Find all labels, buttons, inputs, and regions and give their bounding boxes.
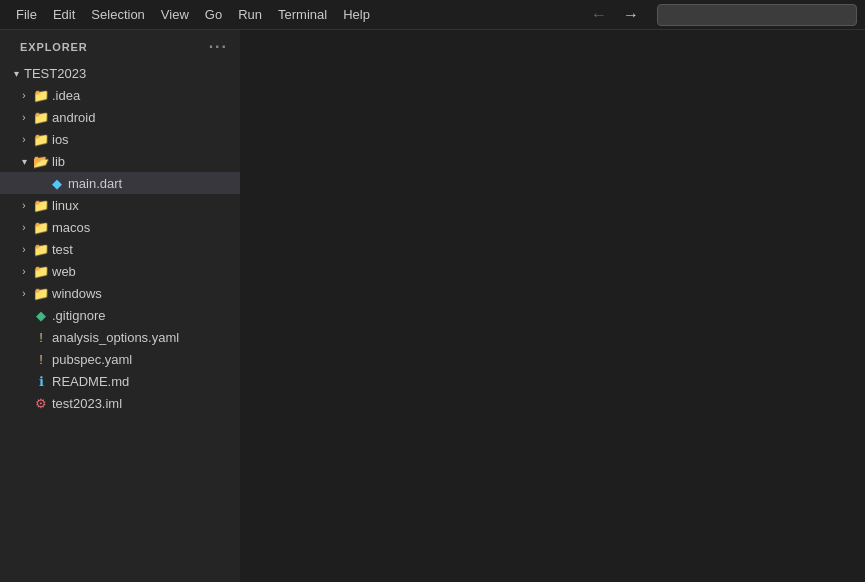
nav-back-button[interactable]: ←: [585, 4, 613, 26]
menubar: File Edit Selection View Go Run Terminal…: [0, 0, 865, 30]
tree-item-root[interactable]: ▾ TEST2023: [0, 62, 240, 84]
chevron-right-icon: ›: [16, 112, 32, 123]
tree-item-linux[interactable]: › 📁 linux: [0, 194, 240, 216]
tree-item-label: windows: [52, 286, 102, 301]
folder-icon: 📁: [32, 110, 50, 125]
yaml-exclaim-icon: !: [32, 352, 50, 367]
menu-view[interactable]: View: [153, 5, 197, 24]
editor-area[interactable]: [240, 30, 865, 582]
folder-icon: 📁: [32, 88, 50, 103]
gitignore-icon: ◆: [32, 308, 50, 323]
tree-item-windows[interactable]: › 📁 windows: [0, 282, 240, 304]
menu-edit[interactable]: Edit: [45, 5, 83, 24]
tree-item-label: .idea: [52, 88, 80, 103]
menu-selection[interactable]: Selection: [83, 5, 152, 24]
tree-item-label: test: [52, 242, 73, 257]
chevron-right-icon: ›: [16, 200, 32, 211]
tree-item-label: README.md: [52, 374, 129, 389]
tree-item-label: macos: [52, 220, 90, 235]
tree-item-label: ios: [52, 132, 69, 147]
chevron-down-icon: ▾: [8, 68, 24, 79]
nav-forward-button[interactable]: →: [617, 4, 645, 26]
folder-icon: 📁: [32, 198, 50, 213]
tree-item-label: web: [52, 264, 76, 279]
tree-item-label: lib: [52, 154, 65, 169]
menu-file[interactable]: File: [8, 5, 45, 24]
global-search-input[interactable]: [657, 4, 857, 26]
readme-icon: ℹ: [32, 374, 50, 389]
folder-icon: 📁: [32, 220, 50, 235]
tree-item-gitignore[interactable]: ◆ .gitignore: [0, 304, 240, 326]
tree-item-ios[interactable]: › 📁 ios: [0, 128, 240, 150]
tree-item-main-dart[interactable]: ◆ main.dart: [0, 172, 240, 194]
tree-item-pubspec[interactable]: ! pubspec.yaml: [0, 348, 240, 370]
yaml-exclaim-icon: !: [32, 330, 50, 345]
tree-item-readme[interactable]: ℹ README.md: [0, 370, 240, 392]
iml-icon: ⚙: [32, 396, 50, 411]
tree-item-test[interactable]: › 📁 test: [0, 238, 240, 260]
menu-run[interactable]: Run: [230, 5, 270, 24]
chevron-right-icon: ›: [16, 244, 32, 255]
tree-item-label: android: [52, 110, 95, 125]
main-layout: Explorer ··· ▾ TEST2023 › 📁 .idea › 📁: [0, 30, 865, 582]
tree-item-android[interactable]: › 📁 android: [0, 106, 240, 128]
folder-open-icon: 📂: [32, 154, 50, 169]
dart-file-icon: ◆: [48, 176, 66, 191]
folder-icon: 📁: [32, 242, 50, 257]
menu-help[interactable]: Help: [335, 5, 378, 24]
menu-terminal[interactable]: Terminal: [270, 5, 335, 24]
folder-icon: 📁: [32, 264, 50, 279]
explorer-title: Explorer: [20, 41, 88, 53]
tree-item-label: analysis_options.yaml: [52, 330, 179, 345]
chevron-right-icon: ›: [16, 288, 32, 299]
chevron-right-icon: ›: [16, 222, 32, 233]
tree-item-web[interactable]: › 📁 web: [0, 260, 240, 282]
tree-item-label: pubspec.yaml: [52, 352, 132, 367]
explorer-header: Explorer ···: [0, 30, 240, 62]
chevron-down-icon: ▾: [16, 156, 32, 167]
tree-item-iml[interactable]: ⚙ test2023.iml: [0, 392, 240, 414]
folder-icon: 📁: [32, 132, 50, 147]
chevron-right-icon: ›: [16, 266, 32, 277]
tree-item-macos[interactable]: › 📁 macos: [0, 216, 240, 238]
tree-item-idea[interactable]: › 📁 .idea: [0, 84, 240, 106]
chevron-right-icon: ›: [16, 134, 32, 145]
file-tree: ▾ TEST2023 › 📁 .idea › 📁 android ›: [0, 62, 240, 414]
sidebar: Explorer ··· ▾ TEST2023 › 📁 .idea › 📁: [0, 30, 240, 582]
explorer-actions-button[interactable]: ···: [209, 38, 228, 56]
tree-item-analysis-options[interactable]: ! analysis_options.yaml: [0, 326, 240, 348]
tree-item-label: linux: [52, 198, 79, 213]
tree-item-lib[interactable]: ▾ 📂 lib: [0, 150, 240, 172]
tree-item-label: .gitignore: [52, 308, 105, 323]
root-folder-label: TEST2023: [24, 66, 86, 81]
tree-item-label: main.dart: [68, 176, 122, 191]
folder-icon: 📁: [32, 286, 50, 301]
nav-buttons: ← →: [585, 4, 857, 26]
menu-go[interactable]: Go: [197, 5, 230, 24]
tree-item-label: test2023.iml: [52, 396, 122, 411]
chevron-right-icon: ›: [16, 90, 32, 101]
